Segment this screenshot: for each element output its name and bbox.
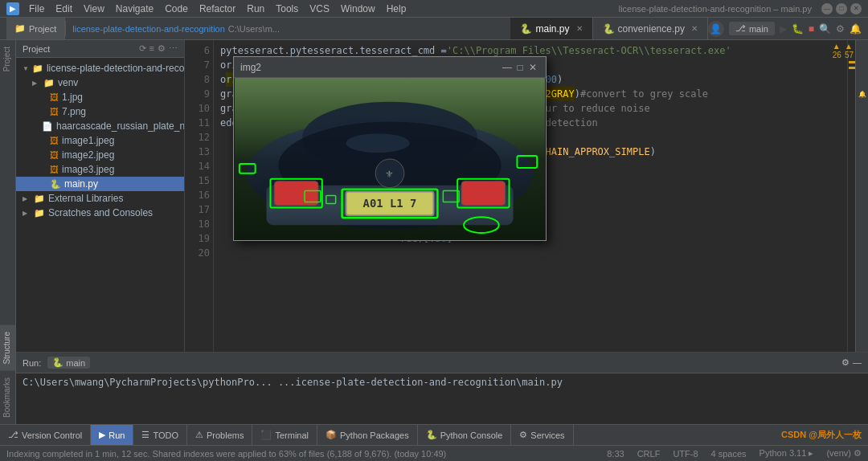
run-tab-icon: ▶ [99, 430, 105, 440]
tree-item-ext-libs[interactable]: ▶ 📁 External Libraries [16, 191, 184, 206]
menu-file[interactable]: File [24, 2, 49, 16]
vtab-structure[interactable]: Structure [0, 325, 15, 371]
menu-edit[interactable]: Edit [51, 2, 77, 16]
minimize-button[interactable]: — [821, 3, 833, 14]
tab-main-py-icon: 🐍 [520, 23, 532, 35]
status-message: Indexing completed in 1 min, 12 sec. Sha… [6, 449, 600, 459]
project-panel-actions: ⟳ ≡ ⚙ ⋯ [139, 43, 178, 54]
terminal-icon: ⬛ [260, 430, 272, 440]
tree-item-1jpg[interactable]: 🖼 1.jpg [16, 90, 184, 104]
run-panel-actions: ⚙ — [841, 357, 862, 368]
menu-refactor[interactable]: Refactor [194, 2, 240, 16]
sync-icon[interactable]: ⟳ [139, 43, 146, 54]
bottom-tab-terminal[interactable]: ⬛ Terminal [252, 425, 317, 445]
line-num-8: 8 [191, 72, 210, 87]
menu-tools[interactable]: Tools [271, 2, 303, 16]
menu-run[interactable]: Run [242, 2, 269, 16]
collapse-icon[interactable]: ≡ [149, 43, 154, 54]
line-num-11: 11 [191, 116, 210, 130]
image3-label: image3.jpeg [62, 164, 114, 175]
editor-area: 6 7 8 9 10 11 12 13 14 15 16 17 [185, 40, 855, 352]
tab-convenience-py[interactable]: 🐍 convenience.py ✕ [593, 18, 708, 39]
maximize-button[interactable]: □ [836, 3, 847, 14]
menu-help[interactable]: Help [382, 2, 411, 16]
image-preview-maximize[interactable]: □ [514, 61, 526, 74]
line-num-10: 10 [191, 101, 210, 116]
python-version[interactable]: Python 3.11 ▸ [760, 448, 814, 459]
more-icon[interactable]: ⋯ [169, 43, 178, 54]
line-numbers: 6 7 8 9 10 11 12 13 14 15 16 17 [185, 40, 214, 352]
run-panel-gear[interactable]: ⚙ [841, 357, 850, 368]
tree-item-venv[interactable]: ▶ 📁 venv [16, 75, 184, 90]
notifications-icon[interactable]: 🔔 [850, 23, 862, 35]
tree-item-xml[interactable]: 📄 haarcascade_russian_plate_number.xml [16, 119, 184, 133]
tab-main-py-close[interactable]: ✕ [576, 24, 583, 33]
bottom-tabs-bar: ⎇ Version Control ▶ Run ☰ TODO ⚠ Problem… [0, 424, 868, 445]
ext-libs-arrow: ▶ [23, 195, 31, 202]
tree-item-7png[interactable]: 🖼 7.png [16, 104, 184, 119]
settings-icon[interactable]: ⚙ [158, 43, 166, 54]
python-packages-label: Python Packages [340, 430, 409, 440]
tree-root[interactable]: ▼ 📁 license-plate-detection-and-recognit… [16, 61, 184, 75]
bottom-tab-run[interactable]: ▶ Run [91, 425, 133, 445]
warning-count-2: ▲ 57 [845, 42, 854, 59]
project-sub-path: C:\Users\m... [228, 24, 280, 34]
tree-item-image1[interactable]: 🖼 image1.jpeg [16, 133, 184, 148]
tree-item-mainpy[interactable]: 🐍 main.py [16, 177, 184, 191]
line-num-14: 14 [191, 159, 210, 173]
run-panel-collapse[interactable]: — [853, 357, 862, 368]
run-config-icon: 🐍 [52, 357, 63, 368]
7png-icon: 🖼 [50, 107, 59, 116]
menu-code[interactable]: Code [160, 2, 193, 16]
project-panel-toggle[interactable]: 📁 Project [6, 18, 65, 39]
bottom-tab-python-packages[interactable]: 📦 Python Packages [317, 425, 418, 445]
tab-convenience-py-close[interactable]: ✕ [691, 24, 698, 33]
run-config-selector[interactable]: 🐍 main [47, 357, 90, 369]
vtab-project[interactable]: Project [0, 40, 15, 78]
vtab-bookmarks[interactable]: Bookmarks [0, 371, 15, 424]
menu-navigate[interactable]: Navigate [111, 2, 158, 16]
mainpy-icon: 🐍 [50, 179, 61, 190]
bottom-tab-version-control[interactable]: ⎇ Version Control [0, 425, 91, 445]
search-icon[interactable]: 🔍 [819, 23, 831, 35]
project-name: license-plate-detection-and-recognition [72, 24, 225, 34]
editor-gutter: ▲ 26 ▲ 57 [847, 40, 855, 352]
toolbar-right: 👤 ⎇ main ▶ 🐛 ■ 🔍 ⚙ 🔔 [708, 18, 868, 39]
close-button[interactable]: ✕ [850, 3, 862, 14]
services-icon: ⚙ [519, 430, 527, 440]
user-avatar[interactable]: 👤 [708, 21, 724, 37]
menu-window[interactable]: Window [336, 2, 380, 16]
image-preview-window[interactable]: img2 — □ ✕ [233, 56, 547, 241]
tab-convenience-py-label: convenience.py [618, 23, 685, 35]
bottom-tab-services[interactable]: ⚙ Services [511, 425, 573, 445]
gear-icon[interactable]: ⚙ [836, 23, 845, 35]
tab-main-py-label: main.py [535, 23, 569, 35]
tree-item-image3[interactable]: 🖼 image3.jpeg [16, 162, 184, 177]
menu-vcs[interactable]: VCS [305, 2, 334, 16]
tab-main-py[interactable]: 🐍 main.py ✕ [510, 18, 592, 39]
menu-view[interactable]: View [79, 2, 109, 16]
venv-indicator[interactable]: (venv) ⚙ [826, 448, 862, 459]
menu-bar: ▶ File Edit View Navigate Code Refactor … [0, 0, 868, 18]
ext-libs-label: External Libraries [48, 193, 123, 204]
image-preview-close[interactable]: ✕ [526, 61, 539, 74]
line-num-12: 12 [191, 130, 210, 145]
bottom-tab-python-console[interactable]: 🐍 Python Console [418, 425, 512, 445]
image2-icon: 🖼 [50, 150, 59, 160]
tree-item-image2[interactable]: 🖼 image2.jpeg [16, 148, 184, 162]
line-num-20: 20 [191, 246, 210, 260]
svg-point-20 [346, 133, 410, 153]
window-title: license-plate-detection-and-recognition … [619, 4, 812, 14]
warning-counts: ▲ 26 ▲ 57 [848, 40, 855, 59]
bottom-tab-todo[interactable]: ☰ TODO [133, 425, 187, 445]
menu-items: File Edit View Navigate Code Refactor Ru… [24, 2, 411, 16]
tree-item-scratches[interactable]: ▶ 📁 Scratches and Consoles [16, 206, 184, 220]
main-content-row: Project ⟳ ≡ ⚙ ⋯ ▼ 📁 license [16, 40, 868, 352]
python-console-icon: 🐍 [426, 430, 437, 440]
image-preview-minimize[interactable]: — [501, 61, 514, 74]
bottom-tab-problems[interactable]: ⚠ Problems [187, 425, 252, 445]
git-branch-button[interactable]: ⎇ main [729, 22, 775, 35]
notif-icon-1[interactable]: 🔔 [858, 88, 866, 100]
line-num-17: 17 [191, 202, 210, 217]
todo-icon: ☰ [141, 430, 149, 440]
